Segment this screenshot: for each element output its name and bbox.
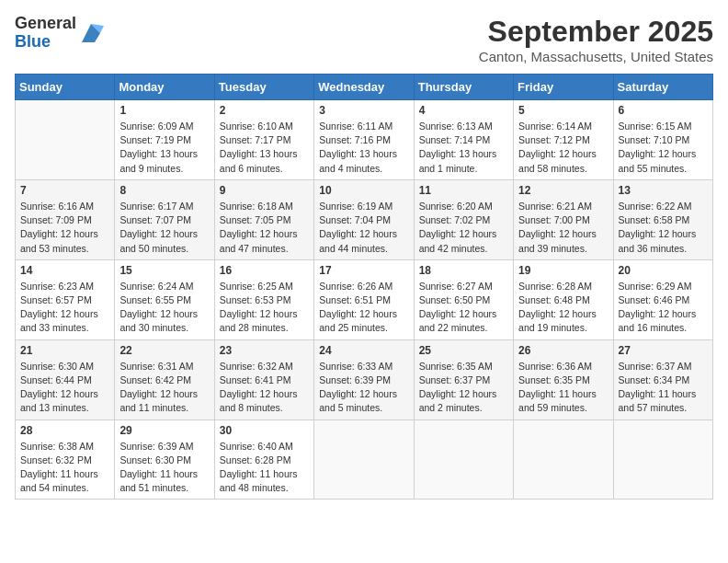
day-info: Sunrise: 6:35 AMSunset: 6:37 PMDaylight:… <box>419 360 508 416</box>
day-number: 11 <box>419 184 508 197</box>
calendar-cell: 22Sunrise: 6:31 AMSunset: 6:42 PMDayligh… <box>115 339 214 419</box>
day-number: 5 <box>518 104 608 117</box>
calendar-cell: 15Sunrise: 6:24 AMSunset: 6:55 PMDayligh… <box>115 259 214 339</box>
calendar-cell <box>314 419 414 500</box>
day-info: Sunrise: 6:19 AMSunset: 7:04 PMDaylight:… <box>319 200 408 256</box>
day-info: Sunrise: 6:13 AMSunset: 7:14 PMDaylight:… <box>419 120 508 176</box>
calendar-cell: 16Sunrise: 6:25 AMSunset: 6:53 PMDayligh… <box>214 259 313 339</box>
calendar-cell: 29Sunrise: 6:39 AMSunset: 6:30 PMDayligh… <box>115 419 214 500</box>
calendar-cell: 3Sunrise: 6:11 AMSunset: 7:16 PMDaylight… <box>314 100 414 180</box>
col-header-sunday: Sunday <box>16 75 115 100</box>
day-info: Sunrise: 6:09 AMSunset: 7:19 PMDaylight:… <box>119 120 209 176</box>
day-info: Sunrise: 6:22 AMSunset: 6:58 PMDaylight:… <box>619 200 708 256</box>
day-number: 8 <box>119 184 209 197</box>
day-number: 28 <box>20 424 109 437</box>
day-number: 6 <box>619 104 708 117</box>
day-number: 25 <box>419 344 508 357</box>
calendar-cell: 2Sunrise: 6:10 AMSunset: 7:17 PMDaylight… <box>214 100 313 180</box>
calendar-cell: 23Sunrise: 6:32 AMSunset: 6:41 PMDayligh… <box>214 339 313 419</box>
calendar-cell: 6Sunrise: 6:15 AMSunset: 7:10 PMDaylight… <box>613 100 712 180</box>
calendar-cell: 7Sunrise: 6:16 AMSunset: 7:09 PMDaylight… <box>16 179 115 259</box>
day-number: 9 <box>220 184 309 197</box>
calendar-cell: 21Sunrise: 6:30 AMSunset: 6:44 PMDayligh… <box>16 339 115 419</box>
calendar-cell: 20Sunrise: 6:29 AMSunset: 6:46 PMDayligh… <box>613 259 712 339</box>
calendar-cell: 18Sunrise: 6:27 AMSunset: 6:50 PMDayligh… <box>414 259 513 339</box>
day-number: 15 <box>119 264 209 277</box>
day-info: Sunrise: 6:18 AMSunset: 7:05 PMDaylight:… <box>220 200 309 256</box>
day-info: Sunrise: 6:29 AMSunset: 6:46 PMDaylight:… <box>619 280 708 336</box>
day-info: Sunrise: 6:25 AMSunset: 6:53 PMDaylight:… <box>220 280 309 336</box>
calendar-cell: 27Sunrise: 6:37 AMSunset: 6:34 PMDayligh… <box>613 339 712 419</box>
calendar-cell: 26Sunrise: 6:36 AMSunset: 6:35 PMDayligh… <box>514 339 613 419</box>
day-info: Sunrise: 6:24 AMSunset: 6:55 PMDaylight:… <box>119 280 209 336</box>
col-header-friday: Friday <box>514 75 613 100</box>
location: Canton, Massachusetts, United States <box>479 49 713 64</box>
day-number: 27 <box>619 344 708 357</box>
calendar-cell: 1Sunrise: 6:09 AMSunset: 7:19 PMDaylight… <box>115 100 214 180</box>
day-number: 3 <box>319 104 408 117</box>
day-number: 26 <box>518 344 608 357</box>
calendar-cell: 4Sunrise: 6:13 AMSunset: 7:14 PMDaylight… <box>414 100 513 180</box>
day-number: 1 <box>119 104 209 117</box>
calendar-cell: 10Sunrise: 6:19 AMSunset: 7:04 PMDayligh… <box>314 179 414 259</box>
day-number: 22 <box>119 344 209 357</box>
calendar-cell: 11Sunrise: 6:20 AMSunset: 7:02 PMDayligh… <box>414 179 513 259</box>
calendar-cell: 24Sunrise: 6:33 AMSunset: 6:39 PMDayligh… <box>314 339 414 419</box>
logo-icon <box>78 20 104 46</box>
day-info: Sunrise: 6:11 AMSunset: 7:16 PMDaylight:… <box>319 120 408 176</box>
day-number: 20 <box>619 264 708 277</box>
logo-blue: Blue <box>15 32 51 51</box>
day-info: Sunrise: 6:17 AMSunset: 7:07 PMDaylight:… <box>119 200 209 256</box>
day-info: Sunrise: 6:26 AMSunset: 6:51 PMDaylight:… <box>319 280 408 336</box>
day-number: 21 <box>20 344 109 357</box>
day-info: Sunrise: 6:28 AMSunset: 6:48 PMDaylight:… <box>518 280 608 336</box>
calendar-week-row: 7Sunrise: 6:16 AMSunset: 7:09 PMDaylight… <box>16 179 713 259</box>
col-header-monday: Monday <box>115 75 214 100</box>
calendar-cell: 14Sunrise: 6:23 AMSunset: 6:57 PMDayligh… <box>16 259 115 339</box>
calendar-table: SundayMondayTuesdayWednesdayThursdayFrid… <box>15 74 713 500</box>
calendar-cell: 8Sunrise: 6:17 AMSunset: 7:07 PMDaylight… <box>115 179 214 259</box>
day-info: Sunrise: 6:27 AMSunset: 6:50 PMDaylight:… <box>419 280 508 336</box>
col-header-thursday: Thursday <box>414 75 513 100</box>
day-number: 18 <box>419 264 508 277</box>
calendar-header-row: SundayMondayTuesdayWednesdayThursdayFrid… <box>16 75 713 100</box>
col-header-tuesday: Tuesday <box>214 75 313 100</box>
calendar-cell: 13Sunrise: 6:22 AMSunset: 6:58 PMDayligh… <box>613 179 712 259</box>
day-number: 29 <box>119 424 209 437</box>
day-number: 12 <box>518 184 608 197</box>
calendar-cell: 28Sunrise: 6:38 AMSunset: 6:32 PMDayligh… <box>16 419 115 500</box>
page-header: General Blue September 2025 Canton, Mass… <box>15 15 713 64</box>
day-number: 7 <box>20 184 109 197</box>
calendar-cell: 5Sunrise: 6:14 AMSunset: 7:12 PMDaylight… <box>514 100 613 180</box>
title-block: September 2025 Canton, Massachusetts, Un… <box>479 15 713 64</box>
calendar-cell: 30Sunrise: 6:40 AMSunset: 6:28 PMDayligh… <box>214 419 313 500</box>
calendar-cell: 25Sunrise: 6:35 AMSunset: 6:37 PMDayligh… <box>414 339 513 419</box>
day-info: Sunrise: 6:33 AMSunset: 6:39 PMDaylight:… <box>319 360 408 416</box>
calendar-cell <box>16 100 115 180</box>
day-number: 16 <box>220 264 309 277</box>
day-number: 30 <box>220 424 309 437</box>
day-number: 4 <box>419 104 508 117</box>
calendar-week-row: 21Sunrise: 6:30 AMSunset: 6:44 PMDayligh… <box>16 339 713 419</box>
calendar-cell: 12Sunrise: 6:21 AMSunset: 7:00 PMDayligh… <box>514 179 613 259</box>
day-number: 2 <box>220 104 309 117</box>
day-info: Sunrise: 6:40 AMSunset: 6:28 PMDaylight:… <box>220 440 309 496</box>
logo-general: General <box>15 14 76 32</box>
day-number: 19 <box>518 264 608 277</box>
calendar-week-row: 28Sunrise: 6:38 AMSunset: 6:32 PMDayligh… <box>16 419 713 500</box>
day-number: 24 <box>319 344 408 357</box>
calendar-week-row: 1Sunrise: 6:09 AMSunset: 7:19 PMDaylight… <box>16 100 713 180</box>
calendar-week-row: 14Sunrise: 6:23 AMSunset: 6:57 PMDayligh… <box>16 259 713 339</box>
month-title: September 2025 <box>479 15 713 49</box>
calendar-cell: 17Sunrise: 6:26 AMSunset: 6:51 PMDayligh… <box>314 259 414 339</box>
day-info: Sunrise: 6:23 AMSunset: 6:57 PMDaylight:… <box>20 280 109 336</box>
day-info: Sunrise: 6:30 AMSunset: 6:44 PMDaylight:… <box>20 360 109 416</box>
day-info: Sunrise: 6:10 AMSunset: 7:17 PMDaylight:… <box>220 120 309 176</box>
day-number: 10 <box>319 184 408 197</box>
day-info: Sunrise: 6:36 AMSunset: 6:35 PMDaylight:… <box>518 360 608 416</box>
logo: General Blue <box>15 15 104 52</box>
calendar-cell <box>613 419 712 500</box>
day-info: Sunrise: 6:14 AMSunset: 7:12 PMDaylight:… <box>518 120 608 176</box>
day-info: Sunrise: 6:15 AMSunset: 7:10 PMDaylight:… <box>619 120 708 176</box>
day-info: Sunrise: 6:39 AMSunset: 6:30 PMDaylight:… <box>119 440 209 496</box>
